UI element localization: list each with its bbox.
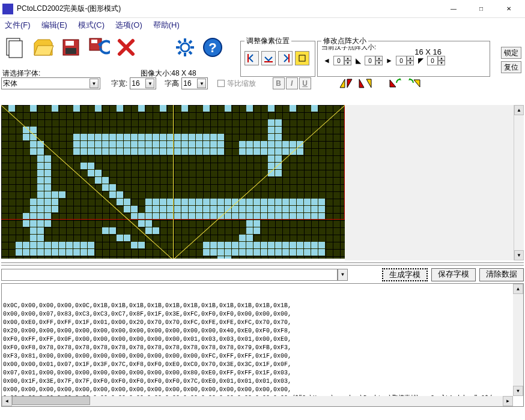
flip-h-button[interactable]: [338, 77, 354, 89]
italic-button[interactable]: I: [286, 77, 298, 89]
right-buttons: 锁定 复位: [501, 47, 521, 73]
canvas-area: ▲ ▼: [1, 105, 524, 260]
window-title: PCtoLCD2002完美版-(图形模式): [17, 4, 440, 14]
save-image-button[interactable]: [85, 34, 112, 61]
font-row: 请选择字体: 图像大小:48 X 48 宋体▼ 字宽: 16▼ 字高 16▼ 等…: [1, 77, 524, 90]
change-size-group: 修改点阵大小 当前汉字点阵大小: 16 X 16 ◄ ▲▼ ◣ ▲▼ ► ▲▼ …: [317, 41, 490, 77]
app-icon: [2, 4, 13, 14]
menu-options[interactable]: 选项(O): [115, 20, 142, 31]
underline-button[interactable]: U: [299, 77, 311, 89]
text-input[interactable]: [1, 269, 338, 281]
shift-left-button[interactable]: [244, 51, 259, 65]
svg-text:?: ?: [208, 40, 216, 55]
arrow-ur-icon: ◤: [415, 55, 426, 66]
pixel-canvas[interactable]: [1, 105, 345, 259]
generate-button[interactable]: 生成字模: [382, 268, 428, 281]
bold-button[interactable]: B: [273, 77, 285, 89]
save-button[interactable]: [58, 34, 84, 61]
svg-point-7: [181, 43, 189, 52]
svg-line-12: [178, 41, 181, 43]
current-size-value: 16 X 16: [414, 47, 442, 56]
size-spin-1[interactable]: ▲▼: [333, 56, 351, 65]
arrow-left-icon: ◄: [321, 55, 332, 66]
title-bar: PCtoLCD2002完美版-(图形模式) — □ ✕: [0, 0, 525, 18]
maximize-button[interactable]: □: [467, 0, 495, 18]
new-file-button[interactable]: [2, 34, 29, 61]
menu-file[interactable]: 文件(F): [5, 20, 31, 31]
scale-checkbox[interactable]: 等比缩放: [217, 79, 255, 89]
reset-button[interactable]: 复位: [501, 61, 521, 73]
change-size-label: 修改点阵大小: [321, 36, 368, 46]
save-font-button[interactable]: 保存字模: [431, 268, 476, 281]
output-hscrollbar[interactable]: ◄►: [2, 396, 513, 406]
svg-rect-6: [91, 40, 97, 43]
rotate-right-button[interactable]: [406, 77, 423, 89]
canvas-vscrollbar[interactable]: ▲ ▼: [514, 105, 524, 260]
adjust-position-group: 调整像素位置: [240, 41, 315, 77]
size-spin-2[interactable]: ▲▼: [365, 56, 383, 65]
menu-bar: 文件(F) 编辑(E) 模式(C) 选项(O) 帮助(H): [0, 18, 525, 32]
shift-down-button[interactable]: [261, 51, 276, 65]
action-row: ▼ 生成字模 保存字模 清除数据: [1, 268, 524, 282]
svg-line-15: [178, 52, 181, 54]
input-dropdown-icon[interactable]: ▼: [338, 269, 348, 281]
svg-rect-21: [299, 55, 305, 61]
image-size-label: 图像大小:48 X 48: [141, 68, 196, 79]
char-height-label: 字高: [165, 79, 179, 89]
char-width-label: 字宽:: [111, 79, 127, 89]
select-font-label: 请选择字体:: [2, 68, 40, 79]
svg-rect-3: [65, 41, 74, 46]
delete-button[interactable]: [113, 34, 139, 61]
arrow-dl-icon: ◣: [353, 55, 363, 66]
open-file-button[interactable]: [30, 34, 56, 61]
shift-right-button[interactable]: [278, 51, 293, 65]
help-button[interactable]: ?: [199, 34, 226, 61]
rotate-left-button[interactable]: [387, 77, 404, 89]
flip-v-button[interactable]: [357, 77, 374, 89]
settings-button[interactable]: [172, 34, 198, 61]
svg-rect-1: [9, 41, 22, 58]
char-height-combo[interactable]: 16▼: [181, 77, 208, 89]
scroll-down-icon[interactable]: ▼: [514, 250, 524, 260]
output-vscrollbar[interactable]: ▲▼: [513, 284, 523, 396]
arrow-right-icon: ►: [384, 55, 395, 66]
menu-help[interactable]: 帮助(H): [153, 20, 180, 31]
char-width-combo[interactable]: 16▼: [130, 77, 156, 89]
svg-rect-4: [65, 48, 76, 54]
clear-button[interactable]: 清除数据: [479, 268, 524, 281]
svg-line-13: [189, 52, 192, 54]
adjust-position-label: 调整像素位置: [244, 36, 291, 46]
close-button[interactable]: ✕: [495, 0, 523, 18]
font-combo[interactable]: 宋体▼: [1, 77, 100, 89]
menu-mode[interactable]: 模式(C): [78, 20, 105, 31]
center-button[interactable]: [295, 51, 309, 65]
lock-button[interactable]: 锁定: [501, 47, 521, 59]
scroll-up-icon[interactable]: ▲: [514, 105, 524, 115]
splitter[interactable]: [1, 262, 524, 266]
menu-edit[interactable]: 编辑(E): [41, 20, 67, 31]
minimize-button[interactable]: —: [440, 0, 467, 18]
size-spin-4[interactable]: ▲▼: [427, 56, 445, 65]
output-textarea[interactable]: 0x0C,0x00,0x00,0x00,0x0C,0x1B,0x1B,0x1B,…: [1, 283, 524, 407]
svg-line-14: [189, 41, 192, 43]
size-spin-3[interactable]: ▲▼: [396, 56, 414, 65]
